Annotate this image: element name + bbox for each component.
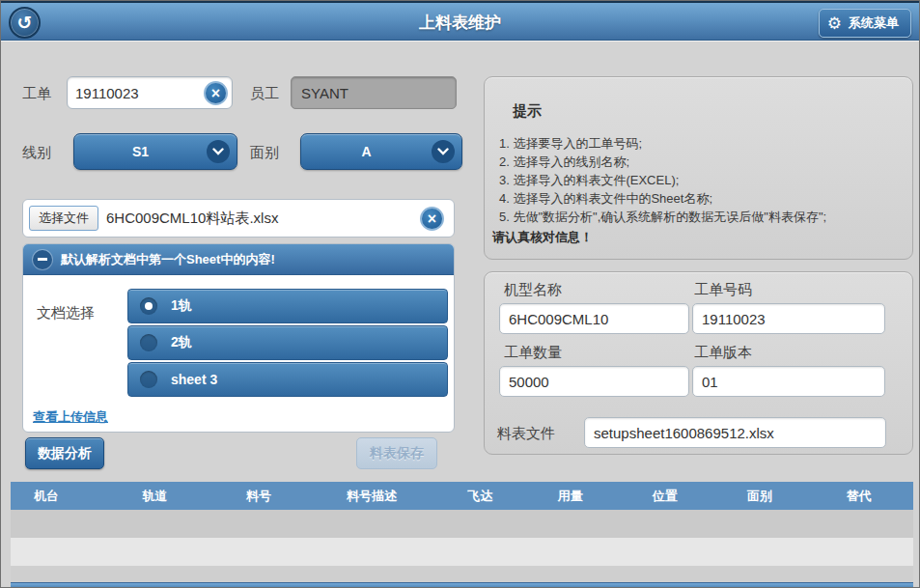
work-order-field-wrap: × [67,76,233,109]
sheet-select-panel: 默认解析文档中第一个Sheet中的内容! 文档选择 1轨 2轨 sheet 3 … [22,243,455,433]
side-dropdown[interactable]: A [300,133,462,170]
col-part-no: 料号 [209,488,309,505]
sheet-file-input[interactable] [584,417,886,448]
radio-icon [140,297,157,315]
collapse-minus-icon[interactable] [33,250,52,269]
system-menu-label: 系统菜单 [849,14,899,32]
sheet-radio-group: 1轨 2轨 sheet 3 [127,289,448,399]
sheet-file-label: 料表文件 [497,425,555,443]
col-feeder: 飞达 [434,488,525,505]
order-version-input[interactable] [692,366,885,397]
sheet-option-2[interactable]: sheet 3 [127,362,448,397]
radio-icon [140,371,157,388]
order-no-input[interactable] [692,303,885,334]
system-menu-button[interactable]: ⚙ 系统菜单 [819,9,911,38]
sheet-option-label: sheet 3 [171,372,217,387]
sheet-option-label: 2轨 [171,334,192,351]
side-dropdown-value: A [301,144,432,159]
model-name-label: 机型名称 [504,281,562,299]
chevron-down-icon [207,140,230,163]
sheet-option-1[interactable]: 2轨 [127,325,448,360]
horizontal-scrollbar[interactable] [11,582,913,588]
col-substitute: 替代 [805,488,913,505]
view-upload-info-link[interactable]: 查看上传信息 [33,408,108,426]
order-qty-label: 工单数量 [504,344,562,362]
sheet-option-0[interactable]: 1轨 [127,289,448,323]
table-header-row: 机台 轨道 料号 料号描述 飞达 用量 位置 面别 替代 [11,482,913,510]
material-table-maintenance-window: ↺ 上料表维护 ⚙ 系统菜单 工单 × 员工 线别 S1 面别 A 选择文件 6… [0,0,920,588]
hint-item: 4. 选择导入的料表文件中的Sheet名称; [499,190,712,208]
work-order-input[interactable] [68,85,204,101]
clear-file-icon[interactable]: × [420,207,444,231]
hint-item: 1. 选择要导入的工单号码; [499,135,642,153]
employee-field-wrap [291,76,457,109]
hint-item: 5. 先做"数据分析",确认系统解析的数据无误后做"料表保存"; [499,209,826,226]
hints-box: 提示 1. 选择要导入的工单号码; 2. 选择导入的线别名称; 3. 选择导入的… [484,76,913,260]
clear-work-order-icon[interactable]: × [204,81,228,105]
top-bar: ↺ 上料表维护 ⚙ 系统菜单 [1,1,919,41]
col-side: 面别 [714,488,805,505]
model-name-input[interactable] [499,303,689,334]
hints-title: 提示 [513,102,542,121]
col-position: 位置 [615,488,714,505]
table-row [11,510,913,538]
order-no-label: 工单号码 [694,281,752,299]
sheet-panel-header-text: 默认解析文档中第一个Sheet中的内容! [61,251,275,268]
col-machine: 机台 [11,488,101,505]
save-table-button[interactable]: 料表保存 [356,437,437,469]
line-dropdown-value: S1 [74,144,207,159]
sheet-option-label: 1轨 [171,297,192,315]
side-label: 面别 [250,144,279,162]
gear-icon: ⚙ [827,15,842,32]
order-qty-input[interactable] [499,366,689,397]
order-version-label: 工单版本 [694,344,752,362]
col-usage: 用量 [525,488,616,505]
col-track: 轨道 [101,488,209,505]
hints-footer: 请认真核对信息！ [492,229,593,246]
page-title: 上料表维护 [1,3,919,42]
hint-item: 3. 选择导入的料表文件(EXCEL); [499,172,679,189]
hint-item: 2. 选择导入的线别名称; [499,154,629,171]
sheet-panel-header[interactable]: 默认解析文档中第一个Sheet中的内容! [23,244,454,275]
col-part-desc: 料号描述 [309,488,435,505]
table-row [11,538,913,566]
employee-input [292,77,456,108]
table-row [11,566,913,582]
doc-select-label: 文档选择 [37,304,95,322]
choose-file-button[interactable]: 选择文件 [29,206,98,231]
line-label: 线别 [22,144,51,162]
file-select-box: 选择文件 6HC009CML10料站表.xlsx × [22,199,455,238]
order-details-box: 机型名称 工单号码 工单数量 工单版本 料表文件 [484,271,913,455]
data-analyze-button[interactable]: 数据分析 [25,437,104,469]
work-order-label: 工单 [22,85,51,103]
material-table: 机台 轨道 料号 料号描述 飞达 用量 位置 面别 替代 [11,482,913,588]
chevron-down-icon [432,140,455,163]
selected-file-name: 6HC009CML10料站表.xlsx [98,210,420,228]
employee-label: 员工 [250,85,279,103]
line-dropdown[interactable]: S1 [73,133,237,170]
radio-icon [140,334,157,351]
